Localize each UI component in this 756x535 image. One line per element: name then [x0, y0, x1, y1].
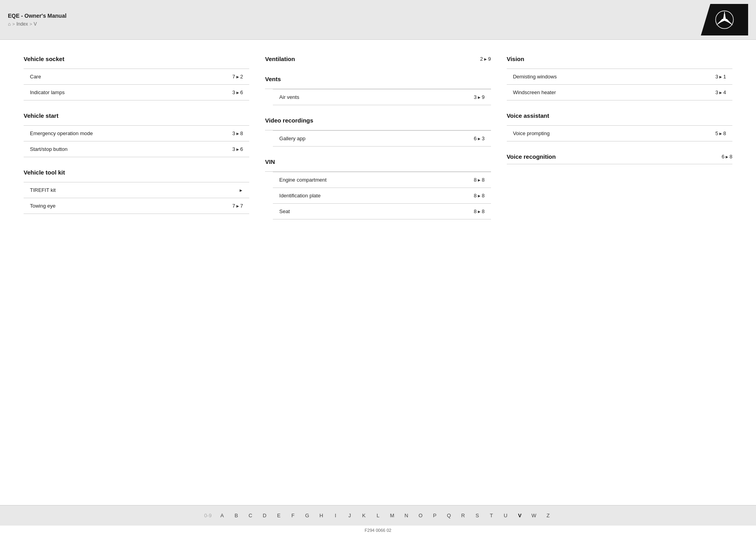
- arrow-icon: ►: [235, 74, 240, 79]
- alpha-item-d[interactable]: D: [258, 511, 272, 520]
- section-voice-assistant: Voice assistant Voice prompting 5►8: [507, 112, 732, 141]
- item-label: Seat: [279, 208, 290, 214]
- alpha-item-k[interactable]: K: [357, 511, 371, 520]
- list-item[interactable]: Emergency operation mode 3►8: [24, 126, 249, 141]
- alpha-item-c[interactable]: C: [243, 511, 258, 520]
- item-label: Gallery app: [279, 136, 305, 141]
- alpha-item-p[interactable]: P: [428, 511, 442, 520]
- alpha-item-m[interactable]: M: [385, 511, 399, 520]
- list-item[interactable]: Voice prompting 5►8: [507, 126, 732, 141]
- alpha-item-u[interactable]: U: [498, 511, 513, 520]
- alpha-item-n[interactable]: N: [399, 511, 413, 520]
- alpha-item-i[interactable]: I: [328, 511, 343, 520]
- list-item[interactable]: Demisting windows 3►1: [507, 69, 732, 85]
- list-item[interactable]: Start/stop button 3►6: [24, 141, 249, 157]
- section-items-vin: Engine compartment 8►8 Identification pl…: [265, 171, 491, 219]
- list-item[interactable]: TIREFIT kit ►: [24, 182, 249, 198]
- index-grid: Vehicle socket Care 7►2 Indicator lamps …: [24, 56, 732, 231]
- alpha-item-z[interactable]: Z: [541, 511, 555, 520]
- sub-section-items-video-recordings: Gallery app 6►3: [273, 130, 491, 147]
- header-right: [701, 4, 748, 35]
- section-items-voice-assistant: Voice prompting 5►8: [507, 125, 732, 141]
- list-item[interactable]: Care 7►2: [24, 69, 249, 85]
- alpha-item-b[interactable]: B: [229, 511, 243, 520]
- alpha-item-e[interactable]: E: [272, 511, 286, 520]
- section-vents: Vents Air vents 3►9: [265, 76, 491, 105]
- arrow-icon: ►: [235, 147, 240, 152]
- alpha-item-g[interactable]: G: [300, 511, 314, 520]
- ventilation-page: 2►9: [480, 56, 491, 62]
- section-items-vehicle-socket: Care 7►2 Indicator lamps 3►6: [24, 69, 249, 100]
- home-icon[interactable]: ⌂: [8, 21, 11, 27]
- section-items-vents: Air vents 3►9: [265, 89, 491, 105]
- list-item[interactable]: Identification plate 8►8: [273, 188, 491, 204]
- breadcrumb-current: V: [33, 21, 37, 27]
- section-title-vehicle-tool-kit: Vehicle tool kit: [24, 169, 249, 177]
- breadcrumb-index[interactable]: Index: [17, 21, 28, 27]
- mercedes-logo-area: [701, 4, 748, 35]
- item-page: 8►8: [474, 193, 484, 199]
- arrow-icon: ►: [235, 204, 240, 208]
- section-vision: Vision Demisting windows 3►1 Windscreen …: [507, 56, 732, 100]
- section-items-vehicle-start: Emergency operation mode 3►8 Start/stop …: [24, 125, 249, 157]
- section-items-vehicle-tool-kit: TIREFIT kit ► Towing eye 7►7: [24, 182, 249, 214]
- alpha-item-r[interactable]: R: [456, 511, 470, 520]
- arrow-icon: ►: [477, 209, 482, 214]
- section-title-vents: Vents: [265, 76, 491, 84]
- item-page: 6►3: [474, 136, 484, 141]
- list-item[interactable]: Indicator lamps 3►6: [24, 85, 249, 100]
- arrow-icon: ►: [235, 90, 240, 95]
- item-label: Voice prompting: [513, 130, 550, 136]
- alpha-item-w[interactable]: W: [527, 511, 541, 520]
- alpha-item-h[interactable]: H: [314, 511, 328, 520]
- alphabet-nav: 0-9 A B C D E F G H I J K L M N O P Q R …: [0, 505, 756, 526]
- alpha-item-j[interactable]: J: [343, 511, 357, 520]
- item-page: ►: [239, 188, 243, 193]
- section-vehicle-socket: Vehicle socket Care 7►2 Indicator lamps …: [24, 56, 249, 100]
- arrow-icon: ►: [235, 131, 240, 136]
- header: EQE - Owner's Manual ⌂ > Index > V: [0, 0, 756, 40]
- list-item[interactable]: Engine compartment 8►8: [273, 172, 491, 188]
- item-page: 8►8: [474, 208, 484, 214]
- item-label: Identification plate: [279, 193, 321, 199]
- arrow-icon: ►: [477, 178, 482, 182]
- section-title-vin: VIN: [265, 158, 491, 167]
- item-label: Towing eye: [30, 203, 56, 209]
- sub-section-items-vents: Air vents 3►9: [273, 89, 491, 105]
- sub-section-items-vin: Engine compartment 8►8 Identification pl…: [273, 172, 491, 219]
- section-title-vision: Vision: [507, 56, 732, 64]
- section-vehicle-start: Vehicle start Emergency operation mode 3…: [24, 112, 249, 157]
- arrow-icon: ►: [484, 57, 488, 61]
- item-label: Demisting windows: [513, 74, 557, 80]
- item-label: TIREFIT kit: [30, 187, 56, 193]
- list-item[interactable]: Gallery app 6►3: [273, 131, 491, 147]
- section-items-vision: Demisting windows 3►1 Windscreen heater …: [507, 69, 732, 100]
- arrow-icon: ►: [719, 131, 723, 136]
- page-title: EQE - Owner's Manual: [8, 13, 67, 19]
- item-page: 3►9: [474, 94, 484, 100]
- main-content: Vehicle socket Care 7►2 Indicator lamps …: [0, 40, 756, 505]
- list-item[interactable]: Windscreen heater 3►4: [507, 85, 732, 100]
- alpha-item-t[interactable]: T: [484, 511, 498, 520]
- alpha-item-v[interactable]: V: [513, 511, 527, 520]
- item-label: Air vents: [279, 94, 299, 100]
- arrow-icon: ►: [239, 188, 243, 193]
- alpha-item-a[interactable]: A: [215, 511, 229, 520]
- section-title-vehicle-socket: Vehicle socket: [24, 56, 249, 64]
- section-title-video-recordings: Video recordings: [265, 117, 491, 125]
- list-item[interactable]: Air vents 3►9: [273, 89, 491, 105]
- alpha-item-l[interactable]: L: [371, 511, 385, 520]
- alpha-item-q[interactable]: Q: [442, 511, 456, 520]
- voice-recognition-label: Voice recognition: [507, 153, 556, 160]
- arrow-icon: ►: [477, 193, 482, 198]
- alpha-item-o[interactable]: O: [413, 511, 428, 520]
- alpha-item-s[interactable]: S: [470, 511, 484, 520]
- ventilation-label: Ventilation: [265, 56, 295, 62]
- index-column-1: Vehicle socket Care 7►2 Indicator lamps …: [24, 56, 249, 231]
- alpha-item-09[interactable]: 0-9: [201, 511, 215, 520]
- list-item[interactable]: Seat 8►8: [273, 204, 491, 219]
- breadcrumb-sep1: >: [12, 22, 15, 26]
- arrow-icon: ►: [477, 136, 482, 141]
- alpha-item-f[interactable]: F: [286, 511, 300, 520]
- list-item[interactable]: Towing eye 7►7: [24, 198, 249, 214]
